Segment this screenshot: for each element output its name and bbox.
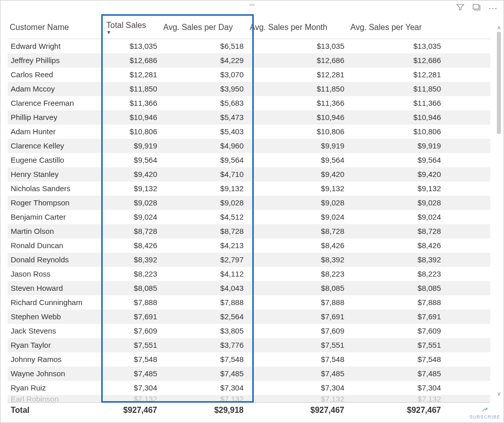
column-header-avg-per-day[interactable]: Avg. Sales per Day (161, 20, 248, 35)
customer-name-cell: Benjamin Carter (8, 212, 104, 222)
avg-year-cell: $10,806 (348, 126, 445, 137)
avg-day-cell: $2,564 (161, 311, 248, 322)
avg-month-cell: $11,366 (248, 98, 348, 108)
avg-year-cell: $8,392 (348, 254, 445, 265)
table-header-row: Customer Name Total Sales ▼ Avg. Sales p… (8, 17, 490, 39)
avg-day-cell: $4,710 (161, 169, 248, 179)
avg-month-cell: $9,024 (248, 212, 348, 222)
table-row[interactable]: Johnny Ramos$7,548$7,548$7,548$7,548 (8, 352, 490, 367)
avg-month-cell: $8,728 (248, 226, 348, 236)
table-row[interactable]: Clarence Freeman$11,366$5,683$11,366$11,… (8, 96, 490, 110)
avg-day-cell: $9,564 (161, 155, 248, 165)
scroll-up-arrow-icon[interactable]: ∧ (495, 24, 502, 31)
more-options-icon[interactable]: ⋯ (488, 4, 498, 13)
table-row[interactable]: Phillip Harvey$10,946$5,473$10,946$10,94… (8, 110, 490, 125)
customer-name-cell: Nicholas Sanders (8, 183, 104, 194)
customer-name-cell: Carlos Reed (8, 69, 104, 80)
table-row[interactable]: Donald Reynolds$8,392$2,797$8,392$8,392 (8, 253, 490, 267)
column-header-total-sales[interactable]: Total Sales ▼ (104, 18, 161, 37)
table-row[interactable]: Jeffrey Phillips$12,686$4,229$12,686$12,… (8, 53, 490, 68)
total-sales-cell: $7,691 (104, 311, 161, 322)
avg-month-cell: $13,035 (248, 41, 348, 51)
avg-month-cell: $7,304 (248, 382, 348, 393)
avg-month-cell: $7,548 (248, 354, 348, 365)
avg-year-cell: $7,551 (348, 340, 445, 350)
avg-day-cell: $4,043 (161, 283, 248, 293)
avg-year-cell: $10,946 (348, 112, 445, 123)
customer-name-cell: Earl Robinson (8, 395, 104, 402)
focus-mode-icon[interactable] (472, 3, 481, 13)
table-visual: ═ ⋯ Customer Name Total Sales ▼ Avg. Sal… (0, 0, 504, 423)
avg-month-cell: $8,392 (248, 254, 348, 265)
table-row[interactable]: Earl Robinson$7,132$7,132$7,132$7,132 (8, 395, 490, 402)
total-sales-cell: $11,850 (104, 83, 161, 94)
column-header-avg-per-month[interactable]: Avg. Sales per Month (248, 20, 348, 35)
table-row[interactable]: Ronald Duncan$8,426$4,213$8,426$8,426 (8, 238, 490, 253)
avg-day-cell: $7,132 (161, 395, 248, 402)
drag-handle-icon[interactable]: ═ (250, 1, 255, 8)
column-header-avg-per-year[interactable]: Avg. Sales per Year (348, 20, 445, 35)
table-row[interactable]: Adam Hunter$10,806$5,403$10,806$10,806 (8, 125, 490, 139)
avg-month-cell: $8,426 (248, 240, 348, 251)
table-row[interactable]: Ryan Taylor$7,551$3,776$7,551$7,551 (8, 338, 490, 352)
scroll-thumb[interactable] (497, 32, 501, 134)
subscribe-watermark: SUBSCRIBE (469, 406, 500, 419)
table-row[interactable]: Carlos Reed$12,281$3,070$12,281$12,281 (8, 68, 490, 82)
totals-avg-month: $927,467 (248, 405, 348, 416)
table-row[interactable]: Clarence Kelley$9,919$4,960$9,919$9,919 (8, 139, 490, 153)
total-sales-cell: $9,028 (104, 197, 161, 208)
table-row[interactable]: Martin Olson$8,728$8,728$8,728$8,728 (8, 224, 490, 238)
table-row[interactable]: Henry Stanley$9,420$4,710$9,420$9,420 (8, 167, 490, 182)
table-row[interactable]: Edward Wright$13,035$6,518$13,035$13,035 (8, 39, 490, 53)
customer-name-cell: Steven Howard (8, 283, 104, 293)
avg-day-cell: $3,805 (161, 325, 248, 336)
customer-name-cell: Wayne Johnson (8, 368, 104, 379)
table-row[interactable]: Richard Cunningham$7,888$7,888$7,888$7,8… (8, 295, 490, 310)
total-sales-cell: $7,548 (104, 354, 161, 365)
scroll-down-arrow-icon[interactable]: ∨ (495, 390, 502, 397)
customer-name-cell: Ryan Ruiz (8, 382, 104, 393)
visual-toolbar: ⋯ (456, 3, 498, 13)
avg-year-cell: $13,035 (348, 41, 445, 51)
table-row[interactable]: Adam Mccoy$11,850$3,950$11,850$11,850 (8, 82, 490, 96)
filter-icon[interactable] (456, 3, 465, 13)
column-header-customer-name[interactable]: Customer Name (8, 20, 104, 35)
total-sales-cell: $8,728 (104, 226, 161, 236)
customer-name-cell: Adam Hunter (8, 126, 104, 137)
avg-year-cell: $7,609 (348, 325, 445, 336)
table-row[interactable]: Benjamin Carter$9,024$4,512$9,024$9,024 (8, 210, 490, 224)
table-row[interactable]: Eugene Castillo$9,564$9,564$9,564$9,564 (8, 153, 490, 167)
customer-name-cell: Martin Olson (8, 226, 104, 236)
table-row[interactable]: Wayne Johnson$7,485$7,485$7,485$7,485 (8, 367, 490, 381)
avg-year-cell: $9,024 (348, 212, 445, 222)
vertical-scrollbar[interactable]: ∧ ∨ (495, 24, 502, 397)
total-sales-cell: $13,035 (104, 41, 161, 51)
table-row[interactable]: Jack Stevens$7,609$3,805$7,609$7,609 (8, 324, 490, 338)
avg-month-cell: $9,132 (248, 183, 348, 194)
total-sales-cell: $7,888 (104, 297, 161, 308)
total-sales-cell: $7,609 (104, 325, 161, 336)
table-row[interactable]: Ryan Ruiz$7,304$7,304$7,304$7,304 (8, 381, 490, 395)
table-row[interactable]: Nicholas Sanders$9,132$9,132$9,132$9,132 (8, 182, 490, 196)
total-sales-cell: $10,806 (104, 126, 161, 137)
avg-month-cell: $9,564 (248, 155, 348, 165)
avg-year-cell: $12,686 (348, 55, 445, 66)
totals-avg-day: $29,918 (161, 405, 248, 416)
table-row[interactable]: Jason Ross$8,223$4,112$8,223$8,223 (8, 267, 490, 281)
table-row[interactable]: Stephen Webb$7,691$2,564$7,691$7,691 (8, 310, 490, 324)
customer-name-cell: Roger Thompson (8, 197, 104, 208)
avg-day-cell: $5,473 (161, 112, 248, 123)
table-row[interactable]: Steven Howard$8,085$4,043$8,085$8,085 (8, 281, 490, 295)
customer-name-cell: Jason Ross (8, 268, 104, 279)
total-sales-cell: $11,366 (104, 98, 161, 108)
avg-day-cell: $3,950 (161, 83, 248, 94)
total-sales-cell: $8,085 (104, 283, 161, 293)
table-row[interactable]: Roger Thompson$9,028$9,028$9,028$9,028 (8, 196, 490, 210)
avg-day-cell: $8,728 (161, 226, 248, 236)
total-sales-cell: $7,551 (104, 340, 161, 350)
customer-name-cell: Johnny Ramos (8, 354, 104, 365)
total-sales-cell: $7,304 (104, 382, 161, 393)
customer-name-cell: Richard Cunningham (8, 297, 104, 308)
totals-label: Total (8, 405, 104, 416)
customer-name-cell: Clarence Freeman (8, 98, 104, 108)
